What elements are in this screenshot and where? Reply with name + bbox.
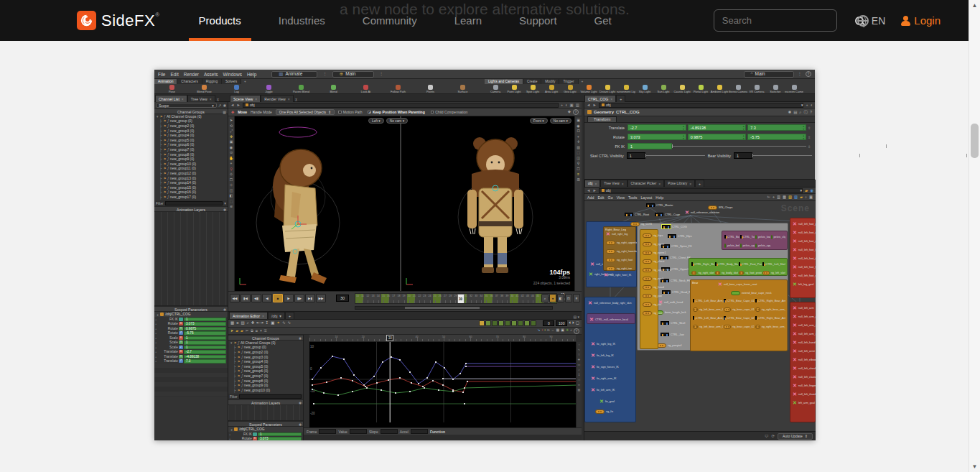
- bear-group-node-CTRL_Right_Bear_Arm_02[interactable]: CTRL_Right_Bear_Arm_02: [755, 316, 785, 320]
- shelf-right-tool-onscreen-camera[interactable]: Onscreen Camera: [785, 85, 803, 93]
- rig-chain-node-rig_tail[interactable]: rig_tail: [643, 302, 661, 307]
- reference-local-node-CTRL_null_reference_local[interactable]: ✕CTRL_null_reference_local: [589, 318, 628, 322]
- snap-icon[interactable]: ▣: [230, 140, 233, 144]
- shelf-right-tool-volume-light[interactable]: Volume Light: [579, 85, 598, 93]
- body-group-node-rig_ponytail[interactable]: rig_ponytail: [657, 343, 681, 348]
- tree-row-group[interactable]: ├⚑ʃnew_group7 (0): [228, 374, 303, 379]
- reference-group-node-rig_fix[interactable]: rig_fix: [595, 409, 613, 414]
- graph-tool-icon[interactable]: ▦: [578, 389, 581, 392]
- view-option-icon[interactable]: ⚲: [577, 162, 580, 165]
- channel-toggle-6[interactable]: [518, 320, 523, 326]
- shelf-right-tab-3[interactable]: Trigger: [559, 79, 578, 84]
- gear-icon[interactable]: ✱: [223, 207, 226, 213]
- tree-row-group[interactable]: ├⚑ʃnew_group3 (0): [228, 355, 303, 360]
- network-box-right-bear-leg[interactable]: Right_Bear_Leg✕null_right_legrig_right_u…: [603, 226, 636, 271]
- left-arm-group-node-null_left_wrist[interactable]: ✕null_left_wrist: [793, 349, 815, 353]
- shelf-right-tool-spot-light[interactable]: Spot Light: [523, 85, 542, 93]
- left-leg-group-node-null_left_foot_front[interactable]: ✕null_left_foot_front: [793, 265, 816, 269]
- bear-group-node-CTRL_Left_Bear_Arm_02[interactable]: CTRL_Left_Bear_Arm_02: [693, 316, 723, 320]
- channel-toggle-8[interactable]: [531, 320, 536, 326]
- left-leg-group-node-null_left_foot_mid[interactable]: ✕null_left_foot_mid: [793, 274, 816, 278]
- right-bear-leg-node-rig_right_toe[interactable]: rig_right_toe: [606, 267, 632, 271]
- param-value-field[interactable]: -2.7▲▼: [627, 124, 686, 131]
- shelf-right-tool-camera[interactable]: Camera: [486, 85, 505, 93]
- view-option-icon[interactable]: ⌖: [577, 135, 579, 139]
- timeline[interactable]: 1011121314151617181920212223242526272829…: [355, 293, 557, 304]
- shelf-right-tab-1[interactable]: Create: [523, 79, 541, 84]
- paste-icon[interactable]: ⧈: [256, 329, 258, 333]
- seed-icon[interactable]: ⚲: [230, 167, 233, 171]
- net-tab-obj[interactable]: obj×: [584, 180, 600, 187]
- net-tab-tree-view[interactable]: Tree View×: [600, 180, 627, 187]
- bear-group-node-rig_right_bear_arm_02[interactable]: rig_right_bear_arm_02: [755, 325, 785, 329]
- ik-group-node-CTRL_Torso_IK[interactable]: CTRL_Torso_IK: [740, 235, 755, 239]
- shelf-left-add-tab[interactable]: +: [241, 79, 249, 84]
- network-box-body-group[interactable]: CTRL_COGCTRL_HipsCTRL_Spine_FKCTRL_Chest…: [637, 223, 788, 351]
- param-value-field[interactable]: 7.3▲▼: [747, 124, 806, 131]
- net-menu-edit[interactable]: Edit: [597, 195, 604, 200]
- bear-group-node-null_bear_cape_lower_coat[interactable]: ✕null_bear_cape_lower_coat: [718, 282, 757, 287]
- range-button[interactable]: ◧: [557, 294, 564, 302]
- forward-icon[interactable]: ►: [592, 188, 596, 193]
- param-value-bar[interactable]: 1: [184, 341, 226, 345]
- camera-dropdown[interactable]: No cam ▾: [386, 118, 408, 124]
- half-icon[interactable]: ◧: [230, 194, 233, 198]
- play-button[interactable]: ▶: [284, 294, 294, 302]
- tree-row-group[interactable]: ├⚑ʃnew_group7 (0): [154, 147, 228, 152]
- left-arm-group-node-null_left_arm[interactable]: ✕null_left_arm: [793, 306, 814, 310]
- right-bear-leg-node-rig_right_foot[interactable]: rig_right_foot: [606, 258, 633, 262]
- prev-key-button[interactable]: ▮◀: [241, 294, 251, 302]
- layout-icon[interactable]: ▥: [576, 103, 579, 107]
- expand-icon[interactable]: +: [155, 331, 159, 335]
- shelf-left-tool-look-at[interactable]: Look At: [350, 85, 382, 93]
- reference-group-node-fix_goal[interactable]: ✕fix_goal: [599, 399, 615, 404]
- shelf-left-tab-3[interactable]: Solvers: [222, 79, 241, 84]
- shelf-right-tab-2[interactable]: Modify: [541, 79, 559, 84]
- show-keys-icon[interactable]: ✳: [566, 328, 569, 334]
- tab-transform[interactable]: Transform: [587, 116, 617, 122]
- plus-icon[interactable]: +: [561, 103, 563, 107]
- select-arrow-icon[interactable]: ➤: [230, 329, 233, 333]
- flag-icon[interactable]: ▰: [805, 188, 808, 193]
- rig-chain-node-rig_root[interactable]: rig_root: [643, 311, 663, 315]
- tree-row-group[interactable]: ├⚑ʃnew_group2 (0): [154, 124, 228, 129]
- expand-icon[interactable]: +: [155, 346, 159, 349]
- graph-current-frame-box[interactable]: 30: [386, 335, 393, 341]
- cycle-icon[interactable]: ∞: [547, 328, 550, 334]
- shelf-right-tool-caustic-light[interactable]: Caustic Light: [673, 85, 691, 93]
- desktop-dropdown[interactable]: ▥ Animate: [271, 71, 317, 78]
- top-node-IKN_Chops[interactable]: IKN_Chops: [708, 205, 732, 210]
- gear-icon[interactable]: ✱: [788, 110, 792, 115]
- body-group-node-CTRL_Jaw[interactable]: CTRL_Jaw: [661, 333, 684, 336]
- rig-chain-node-rig_neck[interactable]: rig_neck: [643, 277, 663, 281]
- hand-icon[interactable]: ✋: [229, 157, 233, 160]
- new-tab-button[interactable]: +: [285, 312, 294, 319]
- login-button[interactable]: Login: [901, 14, 941, 27]
- menu-render[interactable]: Render: [184, 72, 199, 77]
- network-box-rig-chain[interactable]: rig_hipsrig_spinerig_spine1rig_chestrig_…: [640, 229, 658, 349]
- body-group-node-null_walk_head[interactable]: ✕null_walk_head: [658, 300, 683, 305]
- shelf-left-tool-follow-path[interactable]: Follow Path: [382, 85, 414, 93]
- shape-icon[interactable]: ▨: [794, 195, 798, 199]
- view-option-icon[interactable]: ✛: [577, 140, 579, 144]
- nav-item-learn[interactable]: Learn: [436, 0, 500, 41]
- tree-row-group[interactable]: ├⚑ʃnew_group4 (0): [228, 359, 303, 364]
- skel-group-node-CTRL_Foot_Protector[interactable]: CTRL_Foot_Protector: [739, 262, 762, 266]
- layout-dropdown[interactable]: ⊕ Main: [332, 71, 374, 78]
- delete-icon[interactable]: ×: [260, 329, 262, 333]
- search-icon[interactable]: ⌕: [799, 110, 801, 115]
- visibility-slider[interactable]: [752, 152, 812, 159]
- shelf-left-tool-blend-pose[interactable]: Blend Pose: [188, 85, 220, 93]
- shelf-right-tab-0[interactable]: Lights and Cameras: [485, 79, 523, 84]
- gear-icon[interactable]: ✱: [299, 336, 302, 341]
- wave-icon[interactable]: ≋: [230, 205, 233, 208]
- param-value-bar[interactable]: -2.7: [184, 350, 226, 354]
- globe-icon[interactable]: ◐: [811, 103, 813, 107]
- nav-item-get[interactable]: Get: [576, 0, 630, 41]
- grid-icon[interactable]: ▦: [230, 321, 234, 325]
- left-arm-group-node-null_left_arm_palm[interactable]: ✕null_left_arm_palm: [793, 315, 816, 319]
- right-leg-group-node-null_right_heel_IK[interactable]: ✕null_right_heel_IK: [604, 273, 631, 277]
- graph-tool-icon[interactable]: ✚: [578, 358, 580, 361]
- bear-group-node-CTRL_Right_Bear_Arm_01[interactable]: CTRL_Right_Bear_Arm_01: [755, 299, 785, 302]
- channel-toggle-1[interactable]: [485, 320, 491, 326]
